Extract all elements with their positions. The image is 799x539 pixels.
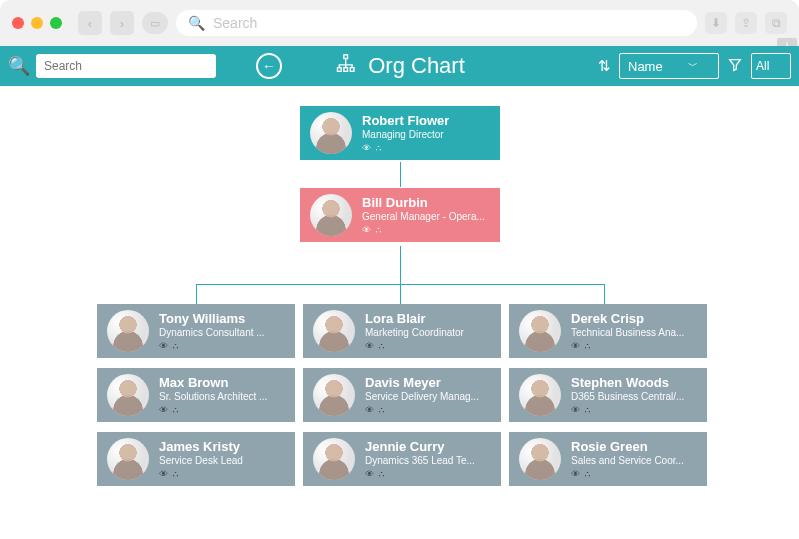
search-icon: 🔍 <box>8 55 30 77</box>
person-title: Technical Business Ana... <box>571 327 684 338</box>
node-actions[interactable]: 👁 ⛬ <box>362 143 449 153</box>
node-actions[interactable]: 👁 ⛬ <box>159 405 267 415</box>
avatar <box>310 194 352 236</box>
sort-value: Name <box>628 59 663 74</box>
close-window[interactable] <box>12 17 24 29</box>
person-name: Lora Blair <box>365 311 464 326</box>
org-node[interactable]: Derek CrispTechnical Business Ana...👁 ⛬ <box>509 304 707 358</box>
search-input[interactable] <box>36 54 216 78</box>
person-name: Davis Meyer <box>365 375 479 390</box>
title-group: Org Chart <box>334 53 465 79</box>
org-node-mid[interactable]: Bill Durbin General Manager - Opera... 👁… <box>300 188 500 242</box>
org-node[interactable]: Max BrownSr. Solutions Architect ...👁 ⛬ <box>97 368 295 422</box>
filter-icon[interactable] <box>727 57 743 76</box>
svg-rect-1 <box>337 68 341 72</box>
org-node[interactable]: Tony WilliamsDynamics Consultant ...👁 ⛬ <box>97 304 295 358</box>
org-node[interactable]: Stephen WoodsD365 Business Central/...👁 … <box>509 368 707 422</box>
search-icon: 🔍 <box>188 15 205 31</box>
avatar <box>310 112 352 154</box>
filter-dropdown[interactable]: All <box>751 53 791 79</box>
node-actions[interactable]: 👁 ⛬ <box>365 405 479 415</box>
page-title: Org Chart <box>368 53 465 79</box>
person-title: Dynamics Consultant ... <box>159 327 265 338</box>
person-name: Tony Williams <box>159 311 265 326</box>
person-name: Bill Durbin <box>362 195 485 210</box>
node-actions[interactable]: 👁 ⛬ <box>365 469 475 479</box>
minimize-window[interactable] <box>31 17 43 29</box>
avatar <box>313 438 355 480</box>
svg-rect-0 <box>343 55 347 59</box>
sort-dropdown[interactable]: Name ﹀ <box>619 53 719 79</box>
connector-line <box>196 284 197 304</box>
avatar <box>519 374 561 416</box>
person-title: Sales and Service Coor... <box>571 455 684 466</box>
node-actions[interactable]: 👁 ⛬ <box>362 225 485 235</box>
svg-rect-2 <box>343 68 347 72</box>
person-title: Dynamics 365 Lead Te... <box>365 455 475 466</box>
url-bar[interactable]: 🔍 Search <box>176 10 697 36</box>
node-actions[interactable]: 👁 ⛬ <box>571 405 684 415</box>
url-placeholder: Search <box>213 15 257 31</box>
avatar <box>107 374 149 416</box>
share-icon[interactable]: ⇪ <box>735 12 757 34</box>
org-node[interactable]: James KristyService Desk Lead👁 ⛬ <box>97 432 295 486</box>
window-controls <box>12 17 62 29</box>
person-title: D365 Business Central/... <box>571 391 684 402</box>
avatar <box>107 438 149 480</box>
person-title: Managing Director <box>362 129 449 140</box>
browser-chrome: ‹ › ▭ 🔍 Search ⬇ ⇪ ⧉ <box>0 0 799 46</box>
person-name: Derek Crisp <box>571 311 684 326</box>
person-name: Max Brown <box>159 375 267 390</box>
person-title: Service Delivery Manag... <box>365 391 479 402</box>
back-circle-button[interactable]: ← <box>256 53 282 79</box>
avatar <box>313 374 355 416</box>
org-node[interactable]: Jennie CurryDynamics 365 Lead Te...👁 ⛬ <box>303 432 501 486</box>
back-button[interactable]: ‹ <box>78 11 102 35</box>
connector-line <box>400 246 401 284</box>
avatar <box>107 310 149 352</box>
app-toolbar: 🔍 ← Org Chart ⇅ Name ﹀ All <box>0 46 799 86</box>
connector-line <box>400 162 401 187</box>
person-title: General Manager - Opera... <box>362 211 485 222</box>
downloads-icon[interactable]: ⬇ <box>705 12 727 34</box>
person-name: Rosie Green <box>571 439 684 454</box>
tabs-button[interactable]: ▭ <box>142 12 168 34</box>
node-actions[interactable]: 👁 ⛬ <box>571 341 684 351</box>
org-chart-icon <box>334 53 356 79</box>
person-title: Sr. Solutions Architect ... <box>159 391 267 402</box>
person-name: Jennie Curry <box>365 439 475 454</box>
person-name: Stephen Woods <box>571 375 684 390</box>
node-actions[interactable]: 👁 ⛬ <box>365 341 464 351</box>
org-node[interactable]: Davis MeyerService Delivery Manag...👁 ⛬ <box>303 368 501 422</box>
person-title: Service Desk Lead <box>159 455 243 466</box>
person-name: Robert Flower <box>362 113 449 128</box>
avatar <box>519 438 561 480</box>
forward-button[interactable]: › <box>110 11 134 35</box>
maximize-window[interactable] <box>50 17 62 29</box>
avatar <box>519 310 561 352</box>
connector-line <box>400 284 401 304</box>
person-title: Marketing Coordinator <box>365 327 464 338</box>
chevron-down-icon: ﹀ <box>688 59 698 73</box>
org-node[interactable]: Lora BlairMarketing Coordinator👁 ⛬ <box>303 304 501 358</box>
connector-line <box>604 284 605 304</box>
person-name: James Kristy <box>159 439 243 454</box>
node-actions[interactable]: 👁 ⛬ <box>571 469 684 479</box>
sort-icon[interactable]: ⇅ <box>598 57 611 75</box>
org-node-root[interactable]: Robert Flower Managing Director 👁 ⛬ <box>300 106 500 160</box>
avatar <box>313 310 355 352</box>
org-node[interactable]: Rosie GreenSales and Service Coor...👁 ⛬ <box>509 432 707 486</box>
node-actions[interactable]: 👁 ⛬ <box>159 341 265 351</box>
copy-tab-icon[interactable]: ⧉ <box>765 12 787 34</box>
svg-rect-3 <box>350 68 354 72</box>
node-actions[interactable]: 👁 ⛬ <box>159 469 243 479</box>
filter-value: All <box>756 59 769 73</box>
org-chart-canvas: Robert Flower Managing Director 👁 ⛬ Bill… <box>0 86 799 539</box>
